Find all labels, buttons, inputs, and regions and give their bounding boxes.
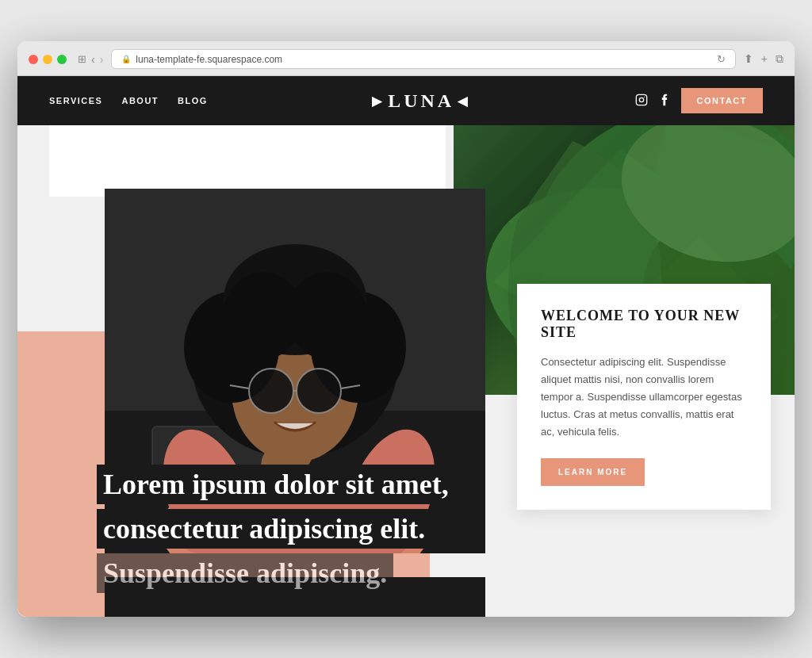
svg-point-22 — [249, 369, 293, 413]
hero-section: WELCOME TO YOUR NEW SITE Consectetur adi… — [17, 125, 795, 617]
welcome-title: WELCOME TO YOUR NEW SITE — [541, 308, 747, 341]
nav-window-btns: ⊞ ‹ › — [78, 53, 103, 66]
sidebar-toggle-icon[interactable]: ⊞ — [78, 53, 86, 65]
contact-button[interactable]: CONTACT — [681, 88, 763, 113]
instagram-icon[interactable] — [635, 94, 648, 109]
logo-right-arrow: ◀ — [458, 94, 470, 109]
browser-actions: ⬆ + ⧉ — [744, 52, 783, 66]
back-button[interactable]: ‹ — [91, 53, 95, 66]
new-tab-icon[interactable]: + — [761, 52, 768, 66]
nav-blog[interactable]: BLOG — [178, 96, 208, 105]
svg-point-1 — [639, 98, 643, 101]
minimize-button[interactable] — [43, 55, 52, 64]
traffic-lights — [29, 55, 67, 64]
close-button[interactable] — [29, 55, 38, 64]
lock-icon: 🔒 — [121, 55, 131, 63]
logo-left-arrow: ▶ — [372, 94, 385, 109]
share-icon[interactable]: ⬆ — [744, 52, 753, 66]
browser-window: ⊞ ‹ › 🔒 luna-template-fe.squarespace.com… — [17, 41, 795, 617]
reload-icon[interactable]: ↻ — [717, 53, 726, 65]
address-bar[interactable]: 🔒 luna-template-fe.squarespace.com ↻ — [111, 49, 735, 69]
white-top-block — [49, 125, 446, 197]
svg-point-23 — [297, 369, 341, 413]
forward-button[interactable]: › — [100, 53, 104, 66]
nav-services[interactable]: SERVICES — [49, 96, 102, 105]
text-overlay-section: Lorem ipsum dolor sit amet, consectetur … — [17, 441, 795, 617]
nav-left: SERVICES ABOUT BLOG — [49, 96, 208, 105]
nav-about[interactable]: ABOUT — [121, 96, 159, 105]
url-text: luna-template-fe.squarespace.com — [136, 54, 282, 65]
svg-rect-0 — [636, 94, 646, 105]
navbar: SERVICES ABOUT BLOG ▶ LUNA ◀ — [17, 76, 795, 125]
svg-point-21 — [287, 272, 366, 359]
tabs-icon[interactable]: ⧉ — [776, 52, 783, 66]
tagline-line3: Suspendisse adipiscing. — [97, 553, 393, 593]
nav-logo[interactable]: ▶ LUNA ◀ — [372, 90, 470, 112]
facebook-icon[interactable] — [659, 94, 670, 109]
nav-right: CONTACT — [635, 88, 763, 113]
welcome-body: Consectetur adipiscing elit. Suspendisse… — [541, 354, 747, 441]
svg-point-2 — [644, 96, 645, 97]
website: SERVICES ABOUT BLOG ▶ LUNA ◀ — [17, 76, 795, 617]
logo-text: LUNA — [388, 90, 454, 112]
tagline-line1: Lorem ipsum dolor sit amet, — [97, 465, 455, 504]
browser-chrome: ⊞ ‹ › 🔒 luna-template-fe.squarespace.com… — [17, 41, 795, 76]
maximize-button[interactable] — [57, 55, 67, 64]
tagline-line2: consectetur adipiscing elit. — [97, 509, 431, 549]
